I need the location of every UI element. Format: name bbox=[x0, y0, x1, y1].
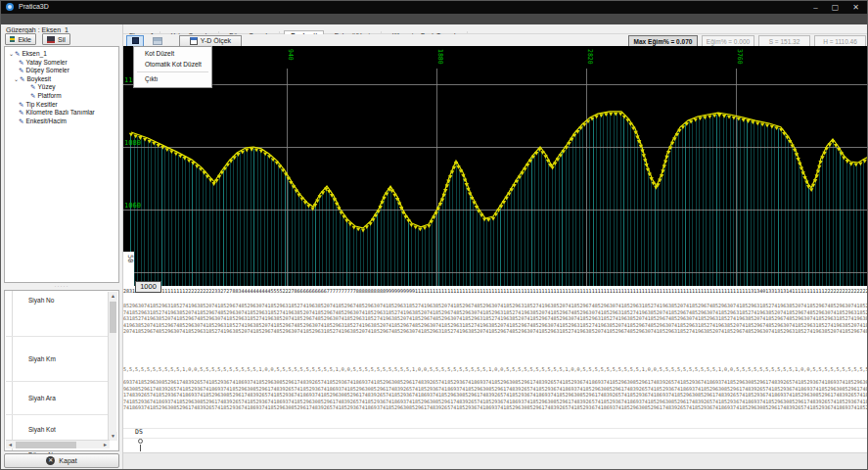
app-logo-icon bbox=[6, 3, 14, 11]
row-label-siyah-km: Siyah Km bbox=[28, 355, 56, 362]
ds-label: DS bbox=[135, 428, 143, 436]
scroll-left-icon[interactable]: ◄ bbox=[6, 441, 15, 449]
station-field: S = 151.32 bbox=[758, 35, 810, 47]
close-button[interactable]: ✕ bbox=[852, 1, 859, 14]
kapat-button-label: Kapat bbox=[59, 457, 76, 464]
scroll-down-icon[interactable]: ▼ bbox=[109, 432, 117, 441]
svg-text:3760: 3760 bbox=[736, 49, 744, 65]
maximize-button[interactable]: ▢ bbox=[832, 1, 840, 14]
window-title: Pratica3D bbox=[19, 3, 49, 10]
sidebar: Güzergah : Eksen_1 Ekle Sil ⌄ ✎ Eksen_1 … bbox=[1, 24, 123, 470]
title-bar: Pratica3D – ▢ ✕ bbox=[1, 1, 868, 14]
siyah-kot-values: 6937418529630852961748392657418529367418… bbox=[123, 379, 868, 412]
sidebar-item-enkesit-hacim[interactable]: ✎ Enkesit/Hacim bbox=[5, 118, 118, 126]
kapat-button[interactable]: ✕ Kapat bbox=[4, 453, 119, 468]
edit-icon: ✎ bbox=[30, 92, 35, 101]
scale-window-icon bbox=[190, 37, 198, 45]
row-separator bbox=[6, 381, 108, 382]
minimize-button[interactable]: – bbox=[813, 1, 817, 14]
row-separator bbox=[6, 336, 108, 337]
vertical-point-symbol bbox=[137, 439, 144, 451]
menu-item-otomatik-kot-duzelt[interactable]: Otomatik Kot Düzelt bbox=[134, 60, 211, 70]
app-window: Pratica3D – ▢ ✕ Güzergah : Eksen_1 Ekle … bbox=[0, 0, 868, 470]
siyah-ara-values: 5,5,5,5,5,5,5,5,5,5,1,0,0,5,5,5,5,5,5,5,… bbox=[123, 366, 868, 374]
sidebar-item-tip-kesitler[interactable]: ✎ Tip Kesitler bbox=[5, 101, 118, 110]
sidebar-item-dusey-someler[interactable]: ✎ Düşey Someler bbox=[5, 67, 118, 75]
menu-separator bbox=[137, 71, 208, 72]
print-button[interactable] bbox=[148, 35, 167, 47]
row-label-siyah-ara: Siyah Ara bbox=[28, 395, 56, 401]
sil-button-label: Sil bbox=[58, 36, 66, 43]
sidebar-item-eksen1[interactable]: ⌄ ✎ Eksen_1 bbox=[5, 50, 118, 59]
tab-strip: Eksen_1 Yatay Someler Düşey Someler Boyk… bbox=[123, 24, 868, 34]
layers-icon bbox=[10, 36, 15, 43]
sil-button[interactable]: Sil bbox=[42, 33, 70, 45]
edit-icon: ✎ bbox=[19, 59, 23, 68]
toolbar: Y-D Ölçek Max Eğim% = 0.070 Eğim% = 0.00… bbox=[123, 34, 868, 48]
elevation-field: H = 1110.46 bbox=[814, 35, 866, 47]
vertical-scrollbar[interactable]: ▲ ▼ bbox=[108, 292, 116, 441]
svg-text:940: 940 bbox=[287, 49, 295, 61]
sidebar-item-boykesit[interactable]: ⌄ ✎ Boykesit bbox=[5, 75, 118, 84]
menu-strip bbox=[1, 14, 868, 24]
row-label-siyah-kot: Siyah Kot bbox=[28, 426, 56, 433]
svg-text:1060: 1060 bbox=[124, 202, 141, 210]
siyah-km-values: 8529630741852963185274196385207418529674… bbox=[123, 303, 868, 340]
gutter-divider bbox=[12, 291, 13, 450]
square-icon bbox=[132, 37, 139, 44]
chevron-down-icon[interactable]: ⌄ bbox=[8, 50, 15, 59]
yd-olcek-label: Y-D Ölçek bbox=[201, 37, 231, 44]
horizontal-scrollbar[interactable]: ◄ ► bbox=[6, 440, 110, 448]
scrollbar-thumb[interactable] bbox=[110, 302, 116, 333]
max-slope-field: Max Eğim% = 0.070 bbox=[628, 35, 698, 47]
route-label: Güzergah : Eksen_1 bbox=[6, 26, 69, 33]
profile-chart-area[interactable]: 9401880282037601100108010604050 bbox=[123, 46, 868, 286]
project-tree: ⌄ ✎ Eksen_1 ✎ Yatay Someler ✎ Düşey Some… bbox=[4, 46, 119, 283]
menu-item-kot-duzelt[interactable]: Kot Düzelt bbox=[134, 49, 211, 60]
edit-icon: ✎ bbox=[19, 67, 23, 75]
svg-text:2820: 2820 bbox=[586, 49, 594, 65]
edit-icon: ✎ bbox=[19, 101, 23, 110]
chevron-down-icon[interactable]: ⌄ bbox=[13, 75, 20, 84]
scroll-up-icon[interactable]: ▲ bbox=[109, 292, 117, 301]
edit-icon: ✎ bbox=[19, 118, 23, 126]
ekle-button-label: Ekle bbox=[18, 36, 31, 43]
delete-icon bbox=[47, 36, 55, 43]
printer-icon bbox=[153, 37, 162, 45]
scroll-right-icon[interactable]: ► bbox=[101, 441, 110, 449]
row-divider bbox=[123, 428, 868, 429]
sidebar-item-platform[interactable]: ✎ Platform bbox=[5, 92, 118, 101]
row-labels-panel: Siyah No Siyah Km Siyah Ara Siyah Kot Dü… bbox=[4, 290, 119, 451]
scrollbar-thumb[interactable] bbox=[16, 442, 76, 448]
datum-elevation-box: 1000 bbox=[135, 281, 161, 293]
station-numbers-row: 2831234567811111111112222222222332727883… bbox=[123, 288, 868, 297]
svg-text:50: 50 bbox=[126, 255, 134, 262]
sidebar-item-kilometre-bazli-tanimlar[interactable]: ✎ Kilometre Bazlı Tanımlar bbox=[5, 109, 118, 118]
edit-icon: ✎ bbox=[19, 109, 23, 118]
edit-mode-toggle-button[interactable] bbox=[126, 35, 144, 47]
close-circle-icon: ✕ bbox=[46, 456, 55, 465]
ekle-button[interactable]: Ekle bbox=[5, 33, 36, 45]
svg-text:1080: 1080 bbox=[124, 139, 141, 147]
edit-icon: ✎ bbox=[30, 83, 35, 92]
profile-chart[interactable]: 9401880282037601100108010604050 bbox=[123, 46, 868, 286]
sidebar-item-yuzey[interactable]: ✎ Yüzey bbox=[5, 83, 118, 92]
yd-olcek-button[interactable]: Y-D Ölçek bbox=[179, 35, 242, 47]
panel-splitter[interactable]: ····· bbox=[4, 284, 119, 289]
row-label-siyah-no: Siyah No bbox=[28, 297, 54, 304]
bottom-strip bbox=[123, 452, 868, 470]
svg-text:1880: 1880 bbox=[436, 49, 444, 65]
sidebar-item-yatay-someler[interactable]: ✎ Yatay Someler bbox=[5, 59, 118, 68]
slope-field: Eğim% = 0.000 bbox=[702, 35, 754, 47]
menu-item-cikti[interactable]: Çıktı bbox=[134, 74, 211, 85]
row-separator bbox=[6, 414, 108, 415]
context-dropdown-menu: Kot Düzelt Otomatik Kot Düzelt Çıktı bbox=[133, 46, 212, 88]
edit-icon: ✎ bbox=[15, 50, 20, 59]
edit-icon: ✎ bbox=[20, 75, 24, 84]
row-divider bbox=[123, 438, 868, 439]
